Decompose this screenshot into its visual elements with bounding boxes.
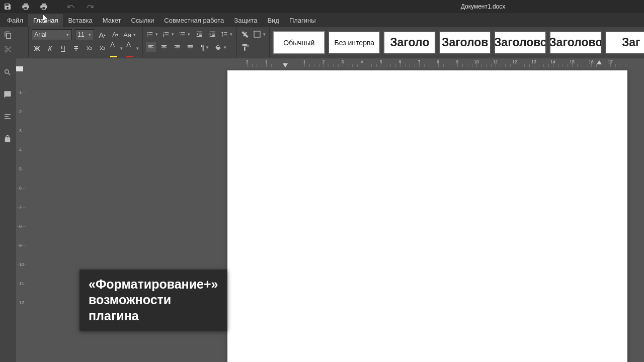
page[interactable] [227, 70, 627, 362]
comments-icon[interactable] [4, 90, 13, 100]
numbered-list-button[interactable]: ▼ [162, 29, 175, 39]
style-chip[interactable]: Заголов [439, 31, 491, 54]
document-title: Документ1.docx [461, 3, 506, 10]
menu-tab-совместная работа[interactable]: Совместная работа [159, 14, 229, 27]
bullet-list-button[interactable]: ▼ [146, 29, 159, 39]
cut-icon[interactable] [2, 43, 14, 55]
quick-print-icon[interactable] [39, 2, 48, 11]
copy-icon[interactable] [2, 29, 14, 41]
align-justify-button[interactable] [185, 42, 195, 52]
borders-button[interactable]: ▼ [253, 29, 266, 39]
document-area: 211234567891011121314151617 «Форматирова… [27, 58, 644, 362]
shading-button[interactable]: ▼ [214, 42, 227, 52]
bold-button[interactable]: Ж [32, 43, 42, 53]
multilevel-list-button[interactable]: ▼ [178, 29, 191, 39]
decrease-font-icon[interactable]: А▾ [110, 30, 120, 40]
menu-tab-файл[interactable]: Файл [2, 14, 28, 27]
callout-line: возможности [89, 292, 218, 308]
save-icon[interactable] [3, 2, 12, 11]
increase-font-icon[interactable]: А▴ [97, 30, 107, 40]
format-painter-button[interactable] [240, 42, 250, 52]
print-icon[interactable] [21, 2, 30, 11]
callout-line: «Форматирование+» [89, 277, 218, 292]
svg-rect-0 [254, 31, 260, 37]
left-sidebar [0, 58, 16, 362]
style-chip[interactable]: Заг [605, 31, 644, 54]
redo-icon[interactable] [86, 2, 95, 11]
menu-tab-плагины[interactable]: Плагины [284, 14, 321, 27]
paragraph-mark-button[interactable]: ¶▼ [198, 42, 211, 52]
menu-tab-макет[interactable]: Макет [98, 14, 126, 27]
style-chip[interactable]: Обычный [273, 31, 325, 54]
style-chip[interactable]: Заголово [549, 31, 602, 54]
lock-icon[interactable] [4, 135, 13, 144]
subscript-button[interactable]: X2 [97, 43, 107, 53]
italic-button[interactable]: К [45, 43, 55, 53]
highlight-color-button[interactable]: А▼ [110, 43, 123, 53]
increase-indent-button[interactable] [207, 29, 217, 39]
font-color-button[interactable]: А▼ [126, 43, 139, 53]
style-chip[interactable]: Без интерва [328, 31, 380, 54]
menu-tab-защита[interactable]: Защита [229, 14, 262, 27]
menu-tab-ссылки[interactable]: Ссылки [126, 14, 159, 27]
styles-gallery: ОбычныйБез интерваЗаголоЗаголовЗаголовсЗ… [270, 27, 644, 58]
underline-button[interactable]: Ч [58, 43, 68, 53]
search-icon[interactable] [4, 68, 13, 77]
vertical-ruler[interactable]: 123456789101112 [16, 58, 27, 362]
font-size-select[interactable]: 11▼ [75, 29, 94, 40]
align-left-button[interactable] [146, 42, 156, 52]
font-name-value: Arial [34, 31, 46, 38]
line-spacing-button[interactable]: ▼ [220, 29, 233, 39]
superscript-button[interactable]: X2 [84, 43, 94, 53]
align-center-button[interactable] [159, 42, 169, 52]
headings-icon[interactable] [4, 113, 13, 122]
menu-tab-вид[interactable]: Вид [262, 14, 284, 27]
clear-formatting-button[interactable] [240, 29, 250, 39]
change-case-button[interactable]: Аа▼ [123, 30, 136, 40]
align-right-button[interactable] [172, 42, 182, 52]
decrease-indent-button[interactable] [194, 29, 204, 39]
font-size-value: 11 [77, 31, 84, 38]
callout-line: плагина [89, 308, 218, 324]
menu-bar: ФайлГлавнаяВставкаМакетСсылкиСовместная … [0, 13, 644, 27]
menu-tab-вставка[interactable]: Вставка [63, 14, 97, 27]
undo-icon[interactable] [66, 2, 75, 11]
style-chip[interactable]: Заголовс [494, 31, 546, 54]
style-chip[interactable]: Заголо [383, 31, 436, 54]
tooltip-callout: «Форматирование+» возможности плагина [79, 269, 227, 331]
strikethrough-button[interactable]: Т [71, 43, 81, 53]
horizontal-ruler[interactable]: 211234567891011121314151617 [228, 58, 644, 68]
cursor-pointer [43, 14, 49, 22]
font-family-select[interactable]: Arial▼ [32, 29, 72, 40]
toolbar: Arial▼ 11▼ А▴ А▾ Аа▼ Ж К Ч Т X2 X2 А▼ А▼… [0, 27, 644, 58]
